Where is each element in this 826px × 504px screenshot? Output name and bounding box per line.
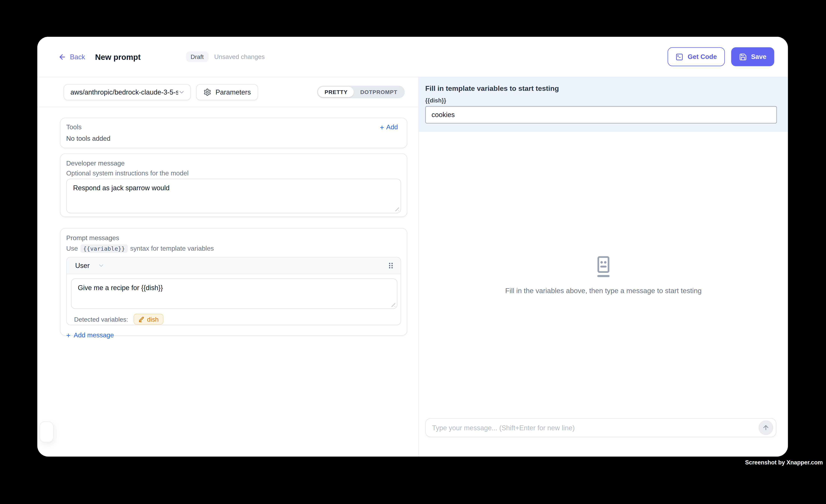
prompt-messages-card: Prompt messages Use {{variable}} syntax … [60, 228, 407, 336]
subtitle-suffix: syntax for template variables [130, 245, 214, 252]
add-message-button[interactable]: + Add message [66, 331, 114, 339]
back-button[interactable]: Back [58, 53, 85, 61]
add-message-label: Add message [74, 331, 114, 339]
model-selector[interactable]: aws/anthropic/bedrock-claude-3-5-s... [64, 84, 191, 100]
role-selector[interactable]: User [75, 262, 105, 269]
variable-badge-dish[interactable]: dish [133, 314, 163, 325]
get-code-button[interactable]: Get Code [668, 47, 725, 66]
message-block: User Give me a recipe for {{ [66, 257, 401, 325]
chevron-down-icon [178, 88, 185, 95]
model-toolbar: aws/anthropic/bedrock-claude-3-5-s... Pa… [37, 77, 418, 107]
edit-pencil-icon [138, 316, 144, 322]
tools-card: Tools + Add No tools added [60, 118, 407, 148]
plus-icon: + [380, 123, 384, 131]
role-value: User [75, 262, 90, 269]
save-label: Save [751, 53, 766, 60]
toggle-dotprompt[interactable]: DOTPROMPT [354, 87, 404, 97]
back-label: Back [70, 53, 85, 61]
variable-syntax-chip: {{variable}} [80, 244, 128, 253]
chevron-down-icon [98, 262, 105, 269]
watermark-text: Screenshot by Xnapper.com [745, 459, 823, 465]
parameters-label: Parameters [216, 88, 251, 96]
view-toggle: PRETTY DOTPROMPT [317, 85, 405, 98]
variable-name-label: {{dish}} [425, 97, 776, 104]
variable-badge-label: dish [147, 315, 159, 323]
page-title: New prompt [95, 52, 141, 61]
chat-input-container [425, 418, 776, 437]
app-window: Back New prompt Draft Unsaved changes Ge… [37, 37, 788, 456]
cropped-popover [40, 422, 54, 442]
message-header: User [67, 257, 401, 274]
top-bar: Back New prompt Draft Unsaved changes Ge… [37, 37, 788, 77]
message-body: Give me a recipe for {{dish}} Detected v… [67, 274, 401, 325]
variable-value-input[interactable] [425, 106, 777, 123]
unsaved-changes-text: Unsaved changes [214, 53, 265, 60]
developer-title: Developer message [66, 160, 401, 167]
tools-title: Tools [66, 123, 82, 131]
add-tool-button[interactable]: + Add [380, 123, 398, 131]
detected-variables-label: Detected variables: [74, 315, 128, 323]
subtitle-prefix: Use [66, 245, 78, 252]
send-button[interactable] [758, 420, 773, 435]
parameters-button[interactable]: Parameters [196, 84, 258, 100]
test-panel: Fill in template variables to start test… [418, 77, 788, 457]
editor-panel: aws/anthropic/bedrock-claude-3-5-s... Pa… [37, 77, 418, 457]
add-tool-label: Add [386, 123, 398, 131]
get-code-label: Get Code [688, 53, 717, 60]
gear-icon [203, 88, 212, 96]
chat-empty-state: Fill in the variables above, then type a… [419, 256, 788, 295]
arrow-left-icon [58, 53, 66, 61]
chat-message-input[interactable] [432, 424, 759, 432]
save-button[interactable]: Save [731, 47, 774, 66]
detected-variables-row: Detected variables: dish [71, 309, 396, 325]
prompt-messages-subtitle: Use {{variable}} syntax for template var… [66, 244, 401, 253]
test-panel-title: Fill in template variables to start test… [425, 85, 776, 92]
tools-empty-text: No tools added [66, 135, 398, 142]
chat-empty-text: Fill in the variables above, then type a… [505, 287, 702, 295]
developer-message-card: Developer message Optional system instru… [60, 153, 407, 217]
developer-message-textarea[interactable]: Respond as jack sparrow would [66, 179, 401, 213]
bot-icon [594, 256, 613, 278]
arrow-up-icon [762, 424, 769, 431]
toggle-pretty[interactable]: PRETTY [318, 87, 354, 97]
user-message-textarea[interactable]: Give me a recipe for {{dish}} [71, 278, 398, 309]
drag-handle-icon[interactable] [388, 262, 394, 269]
prompt-messages-title: Prompt messages [66, 234, 401, 242]
template-variables-section: Fill in template variables to start test… [419, 77, 788, 132]
editor-cards: Tools + Add No tools added Developer mes… [37, 107, 418, 336]
plus-icon: + [66, 331, 71, 339]
save-icon [739, 53, 747, 61]
status-badge: Draft [186, 51, 209, 62]
screenshot-background: Back New prompt Draft Unsaved changes Ge… [0, 0, 826, 504]
developer-subtitle: Optional system instructions for the mod… [66, 170, 401, 177]
model-value: aws/anthropic/bedrock-claude-3-5-s... [70, 88, 178, 96]
terminal-icon [675, 53, 684, 61]
